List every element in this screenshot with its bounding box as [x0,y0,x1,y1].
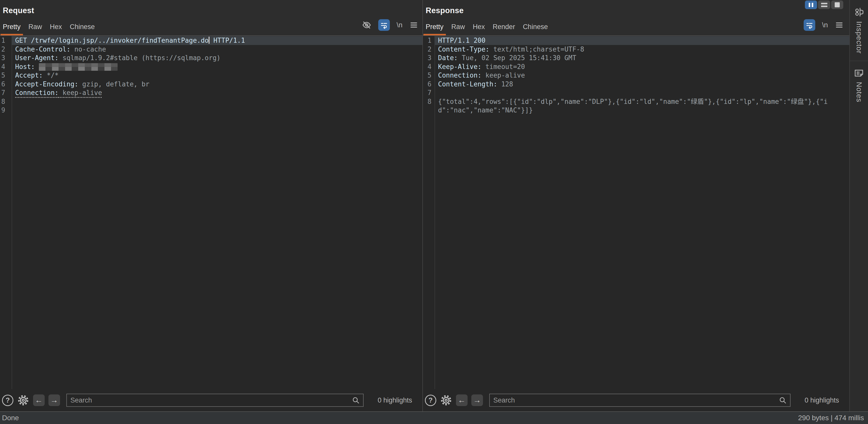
magnifier-icon [351,396,363,404]
rows-layout-button[interactable] [818,0,830,9]
line-content: Content-Length: 128 [434,80,849,89]
line-content: HTTP/1.1 200 [434,36,849,45]
line-content: Content-Type: text/html;charset=UTF-8 [434,45,849,54]
response-tabs: PrettyRawHexRenderChinese [424,23,804,35]
response-tab-render[interactable]: Render [491,23,518,35]
notes-icon [854,68,864,78]
previous-match-button[interactable] [33,394,45,406]
line-content: Accept-Encoding: gzip, deflate, br [11,80,423,89]
maximize-layout-button[interactable] [831,0,843,9]
response-search-input[interactable] [490,396,778,404]
main-area: Request PrettyRawHexChinese [0,0,868,412]
header-token: Connection: [15,89,59,96]
request-tab-hex[interactable]: Hex [48,23,64,35]
search-settings-gear-icon[interactable] [17,394,29,406]
previous-match-button[interactable] [456,394,468,406]
line-content: Connection: keep-alive [11,88,423,97]
request-editor[interactable]: 1GET /trwfe/login.jsp/../invoker/findTen… [0,35,423,389]
word-wrap-toggle[interactable] [804,19,815,31]
value-token: timeout=20 [482,63,525,70]
help-icon[interactable] [2,395,13,406]
request-search-box [66,394,364,407]
line-number: 4 [423,62,434,71]
sidebar-item-label: Notes [855,82,863,102]
value-token: text/html;charset=UTF-8 [490,46,584,53]
editor-menu-icon[interactable] [835,21,844,30]
value-token: {"total":4,"rows":[{"id":"dlp","name":"D… [438,98,828,114]
code-line: 9 [0,106,423,115]
value-token: gzip, deflate, br [78,80,149,88]
response-highlights-count: 0 highlights [794,396,849,404]
code-line: 3User-Agent: sqlmap/1.9.2#stable (https:… [0,54,423,62]
response-tab-raw[interactable]: Raw [449,23,467,35]
response-editor[interactable]: 1HTTP/1.1 2002Content-Type: text/html;ch… [423,35,849,389]
code-line: 2Cache-Control: no-cache [0,45,423,54]
request-panel: Request PrettyRawHexChinese [0,0,423,412]
response-search-box [489,394,790,407]
header-token: Content-Type: [438,46,490,53]
response-tab-pretty[interactable]: Pretty [424,23,446,35]
line-number: 9 [0,106,11,115]
request-highlights-count: 0 highlights [367,396,423,404]
line-content: Connection: keep-alive [434,71,849,80]
newline-toggle[interactable]: \n [822,21,828,29]
status-message: Done [2,414,19,422]
newline-toggle[interactable]: \n [397,21,402,29]
next-match-button[interactable] [471,394,483,406]
next-match-button[interactable] [49,394,60,406]
response-header: Response PrettyRawHexRenderChinese [423,0,849,35]
request-tabrow: PrettyRawHexChinese [0,19,423,35]
response-tab-chinese[interactable]: Chinese [521,23,550,35]
response-metrics: 290 bytes | 474 millis [798,414,864,422]
line-content: Date: Tue, 02 Sep 2025 15:41:30 GMT [434,54,849,62]
line-number: 6 [423,80,434,89]
hide-non-printable-icon[interactable] [362,20,371,30]
code-line: 7 [423,88,849,97]
request-search-input[interactable] [67,396,351,404]
http-message-viewer: Request PrettyRawHexChinese [0,0,868,424]
editor-menu-icon[interactable] [409,21,418,30]
incognito-icon [854,6,865,18]
line-number: 5 [0,71,11,80]
search-settings-gear-icon[interactable] [440,394,452,406]
header-token: Date: [438,54,458,62]
line-number: 2 [423,45,434,54]
line-content: Cache-Control: no-cache [11,45,423,54]
line-content: User-Agent: sqlmap/1.9.2#stable (https:/… [11,54,423,62]
help-icon[interactable] [425,395,436,406]
value-token: keep-alive [482,72,525,79]
line-number: 3 [423,54,434,62]
header-token: Accept: [15,72,43,79]
header-token: Content-Length: [438,80,497,88]
request-header: Request PrettyRawHexChinese [0,0,423,35]
code-line: 6Accept-Encoding: gzip, deflate, br [0,80,423,89]
redacted-host-value [39,63,118,71]
response-panel: Response PrettyRawHexRenderChinese [423,0,849,412]
line-number: 3 [0,54,11,62]
sidebar-item-inspector[interactable]: Inspector [850,0,868,61]
response-tab-hex[interactable]: Hex [471,23,487,35]
code-line: 1GET /trwfe/login.jsp/../invoker/findTen… [0,36,423,45]
line-number: 5 [423,71,434,80]
word-wrap-toggle[interactable] [378,19,390,31]
line-content: {"total":4,"rows":[{"id":"dlp","name":"D… [434,97,849,115]
pause-button[interactable] [805,0,817,9]
line-number: 1 [423,36,434,45]
code-line: 3Date: Tue, 02 Sep 2025 15:41:30 GMT [423,54,849,62]
line-number: 2 [0,45,11,54]
response-title: Response [426,6,849,15]
header-token: Cache-Control: [15,46,70,53]
request-toolbar: \n [362,19,423,35]
header-token: Connection: [438,72,482,79]
sidebar-item-notes[interactable]: Notes [850,61,868,109]
code-line: 8 [0,97,423,106]
status-bar: Done 290 bytes | 474 millis [0,412,868,424]
response-toolbar: \n [804,19,849,35]
line-number: 6 [0,80,11,89]
request-tab-raw[interactable]: Raw [26,23,44,35]
request-tab-chinese[interactable]: Chinese [68,23,97,35]
code-line: 7Connection: keep-alive [0,88,423,97]
request-tab-pretty[interactable]: Pretty [0,23,23,35]
code-line: 1HTTP/1.1 200 [423,36,849,45]
line-content: Host: [11,62,423,71]
